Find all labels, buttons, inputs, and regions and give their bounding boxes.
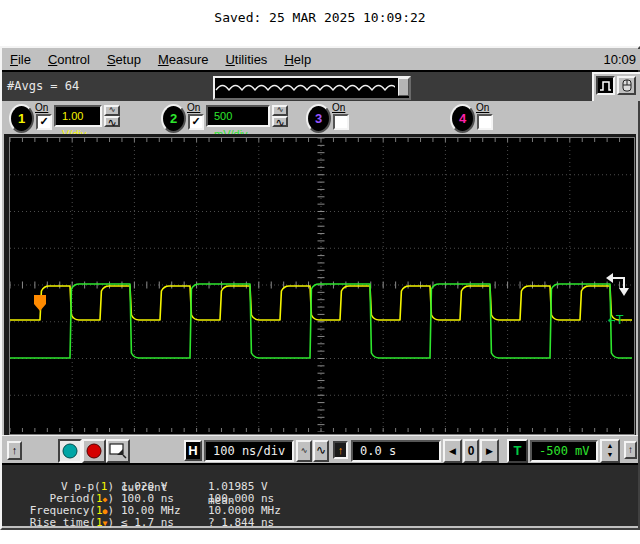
menu-help[interactable]: Help	[284, 52, 311, 67]
trigger-level-stepper[interactable]: ▲ ▼	[600, 439, 620, 463]
channel-1-scale-stepper: ∿ ∿	[104, 105, 120, 127]
menu-items: FileControlSetupMeasureUtilitiesHelp	[10, 52, 328, 67]
saved-timestamp: Saved: 25 MAR 2025 10:09:22	[0, 10, 640, 25]
menu-measure[interactable]: Measure	[158, 52, 209, 67]
averages-count: #Avgs = 64	[7, 79, 79, 93]
channel-1-badge[interactable]: 1	[9, 104, 34, 133]
channel-2-badge[interactable]: 2	[161, 104, 186, 133]
channel-2-scale-field[interactable]: 500 mV/div	[206, 105, 270, 127]
channel-1-on-checkbox[interactable]: ✓	[36, 114, 52, 130]
timebase-field[interactable]: 100 ns/div	[204, 440, 294, 462]
stop-icon	[84, 441, 104, 461]
scroll-up-button-left[interactable]: ↑	[7, 441, 22, 460]
screenshot-root: { "title_bar": { "saved_text": "Saved: 2…	[0, 0, 640, 544]
mouse-icon	[619, 78, 634, 93]
channel-2-scale-stepper: ∿ ∿	[272, 105, 288, 127]
pan-right-button[interactable]: ▶	[480, 439, 499, 463]
corner-button-panel	[592, 72, 640, 103]
measurement-row: Rise time(1▼)≤ 1.7 ns? 1.844 ns	[2, 516, 422, 528]
waveform-display[interactable]: ←T	[9, 137, 635, 435]
run-button[interactable]	[58, 439, 82, 463]
channel-1-scale-field[interactable]: 1.00 V/div	[54, 105, 102, 127]
svg-text:←T: ←T	[608, 312, 624, 327]
status-row: #Avgs = 64	[2, 72, 638, 101]
touch-screen-button[interactable]	[106, 439, 130, 463]
channel-controls-row: 1 On ✓ 1.00 V/div ∿ ∿ 2 On ✓ 500 mV/div …	[2, 101, 638, 134]
channel-2-scale-up[interactable]: ∿	[272, 105, 288, 116]
pulse-icon	[598, 78, 613, 93]
timebase-zoom-in-button[interactable]: ∿	[313, 440, 329, 462]
measurement-row: Period(1◆)100.0 ns100.000 ns	[2, 492, 422, 504]
channel-4-on-checkbox[interactable]	[477, 114, 493, 130]
channel-2-scale-down[interactable]: ∿	[272, 116, 288, 127]
measurement-label: Rise time(1▼)	[2, 516, 114, 529]
measurement-row: V p-p(1)1.020 V1.01985 V	[2, 480, 422, 492]
mouse-mode-button[interactable]	[617, 76, 636, 95]
horizontal-menu-button[interactable]: H	[184, 440, 202, 461]
channel-3-on-checkbox[interactable]	[333, 114, 349, 130]
measurement-mean: ? 1.844 ns	[208, 516, 274, 529]
clock: 10:09	[603, 52, 636, 67]
plot-panel: ←T	[4, 134, 636, 435]
trigger-menu-button[interactable]: T	[507, 439, 528, 463]
menu-utilities[interactable]: Utilities	[225, 52, 267, 67]
spin-down-icon[interactable]: ▼	[602, 451, 618, 459]
measurements-panel: current mean V p-p(1)1.020 V1.01985 VPer…	[2, 463, 638, 526]
scope-graticule-and-traces: ←T	[10, 138, 632, 432]
scroll-up-button-right[interactable]: ↑	[624, 441, 637, 459]
menu-setup[interactable]: Setup	[107, 52, 141, 67]
pan-left-button[interactable]: ◀	[443, 439, 462, 463]
screen-pointer-icon	[108, 441, 128, 461]
trigger-point-button[interactable]: ↑	[333, 441, 348, 459]
channel-1-on-label: On	[35, 102, 48, 113]
trigger-level-field[interactable]: -500 mV	[530, 440, 598, 462]
horizontal-position-field[interactable]: 0.0 s	[351, 440, 441, 462]
channel-2-on-label: On	[187, 102, 200, 113]
channel-4-badge[interactable]: 4	[450, 104, 475, 133]
preview-handle[interactable]	[398, 78, 409, 96]
horizontal-toolbar: ↑ H 100 ns/div ∿ ∿ ↑ 0.0 s ◀ 0 ▶ T -500 …	[2, 435, 638, 464]
measurement-current: ≤ 1.7 ns	[121, 516, 174, 529]
zero-position-button[interactable]: 0	[463, 439, 479, 463]
pulse-mode-button[interactable]	[596, 76, 615, 95]
menu-file[interactable]: File	[10, 52, 31, 67]
channel-4-on-label: On	[476, 102, 489, 113]
waveform-preview-icon	[215, 78, 395, 94]
waveform-preview-scrollbar[interactable]	[213, 76, 411, 100]
stop-button[interactable]	[82, 439, 106, 463]
channel-3-badge[interactable]: 3	[306, 104, 331, 133]
measurement-row: Frequency(1●)10.00 MHz10.0000 MHz	[2, 504, 422, 516]
channel-3-on-label: On	[332, 102, 345, 113]
menu-bar: FileControlSetupMeasureUtilitiesHelp 10:…	[2, 49, 640, 70]
channel-2-on-checkbox[interactable]: ✓	[188, 114, 204, 130]
menu-control[interactable]: Control	[48, 52, 90, 67]
channel-1-scale-down[interactable]: ∿	[104, 116, 120, 127]
oscilloscope-window: FileControlSetupMeasureUtilitiesHelp 10:…	[0, 46, 640, 530]
spin-up-icon[interactable]: ▲	[602, 441, 618, 451]
measurements-header: current mean	[2, 468, 422, 480]
channel-1-scale-up[interactable]: ∿	[104, 105, 120, 116]
timebase-zoom-out-button[interactable]: ∿	[296, 440, 312, 462]
run-icon	[60, 441, 80, 461]
